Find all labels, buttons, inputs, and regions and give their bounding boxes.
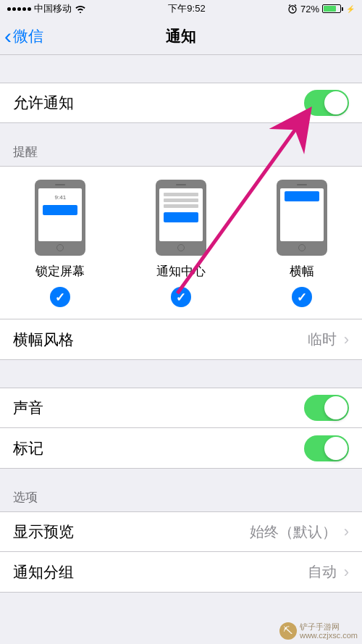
badges-cell: 标记 — [0, 428, 362, 469]
notification-center-label: 通知中心 — [156, 263, 206, 280]
alert-option-banners[interactable]: 横幅 ✓ — [277, 180, 327, 307]
allow-notifications-label: 允许通知 — [13, 93, 74, 113]
alert-option-lockscreen[interactable]: 9:41 锁定屏幕 ✓ — [35, 180, 85, 307]
battery-icon — [322, 4, 343, 13]
status-time: 下午9:52 — [168, 2, 205, 15]
banner-style-cell[interactable]: 横幅风格 临时 › — [0, 319, 362, 359]
back-button[interactable]: ‹ 微信 — [0, 25, 43, 47]
nav-bar: ‹ 微信 通知 — [0, 17, 362, 55]
show-previews-label: 显示预览 — [13, 522, 74, 542]
sounds-cell: 声音 — [0, 388, 362, 428]
sounds-label: 声音 — [13, 398, 43, 418]
badges-label: 标记 — [13, 438, 43, 459]
chevron-right-icon: › — [344, 563, 349, 582]
alarm-icon — [287, 4, 298, 14]
sounds-toggle[interactable] — [304, 395, 349, 421]
battery-percent: 72% — [300, 4, 319, 14]
banners-label: 横幅 — [290, 263, 314, 280]
chevron-left-icon: ‹ — [4, 25, 12, 47]
alerts-section: 9:41 锁定屏幕 ✓ 通知中心 ✓ — [0, 166, 362, 360]
watermark-name: 铲子手游网 — [300, 622, 358, 631]
notification-center-preview-icon — [156, 180, 206, 256]
grouping-cell[interactable]: 通知分组 自动 › — [0, 552, 362, 593]
signal-icon — [7, 7, 31, 11]
carrier-label: 中国移动 — [34, 2, 72, 15]
banner-style-value: 临时 — [308, 330, 337, 349]
lockscreen-checkmark[interactable]: ✓ — [50, 287, 70, 307]
page-title: 通知 — [166, 26, 196, 46]
status-right: 72% ⚡ — [287, 4, 355, 14]
charging-icon: ⚡ — [346, 5, 355, 13]
chevron-right-icon: › — [344, 522, 349, 541]
wifi-icon — [75, 4, 86, 13]
alert-option-notification-center[interactable]: 通知中心 ✓ — [156, 180, 206, 307]
grouping-label: 通知分组 — [13, 562, 74, 582]
allow-notifications-cell: 允许通知 — [0, 83, 362, 123]
badges-toggle[interactable] — [304, 435, 349, 461]
watermark: ⛏ 铲子手游网 www.czjxsc.com — [279, 622, 358, 640]
show-previews-cell[interactable]: 显示预览 始终（默认） › — [0, 511, 362, 552]
notification-center-checkmark[interactable]: ✓ — [171, 287, 191, 307]
chevron-right-icon: › — [344, 330, 349, 349]
banner-style-label: 横幅风格 — [13, 330, 74, 350]
lockscreen-preview-icon: 9:41 — [35, 180, 85, 256]
watermark-icon: ⛏ — [279, 622, 297, 640]
status-bar: 中国移动 下午9:52 72% ⚡ — [0, 0, 362, 17]
check-icon: ✓ — [176, 290, 186, 305]
back-label: 微信 — [13, 26, 43, 46]
options-header: 选项 — [0, 469, 362, 511]
status-left: 中国移动 — [7, 2, 86, 15]
banners-preview-icon — [277, 180, 327, 256]
watermark-url: www.czjxsc.com — [300, 631, 358, 640]
check-icon: ✓ — [297, 290, 307, 305]
allow-notifications-toggle[interactable] — [304, 90, 349, 116]
grouping-value: 自动 — [308, 562, 337, 582]
banners-checkmark[interactable]: ✓ — [292, 287, 312, 307]
lockscreen-label: 锁定屏幕 — [35, 263, 85, 280]
alerts-header: 提醒 — [0, 123, 362, 166]
show-previews-value: 始终（默认） — [250, 522, 337, 542]
check-icon: ✓ — [55, 290, 65, 305]
